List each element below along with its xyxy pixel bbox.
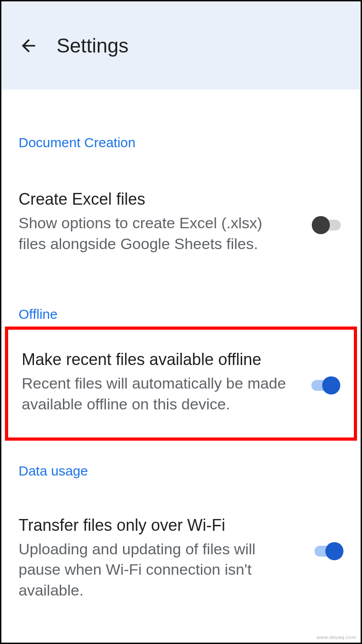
setting-desc: Uploading and updating of files will pau… [19,539,294,601]
watermark: www.deuaq.com [317,634,356,640]
toggle-thumb [312,216,330,234]
setting-wifi-transfer[interactable]: Transfer files only over Wi-Fi Uploading… [19,504,343,613]
app-header: Settings [1,1,361,90]
setting-text: Transfer files only over Wi-Fi Uploading… [19,515,294,601]
toggle-offline-files[interactable] [309,376,340,394]
setting-create-excel-files[interactable]: Create Excel files Show options to creat… [19,178,343,266]
section-header-document-creation: Document Creation [19,135,343,150]
setting-title: Make recent files available offline [22,349,291,370]
toggle-thumb [325,542,343,560]
setting-text: Create Excel files Show options to creat… [19,189,294,255]
setting-text: Make recent files available offline Rece… [22,349,291,415]
settings-content: Document Creation Create Excel files Sho… [1,135,361,612]
toggle-thumb [322,376,340,394]
setting-title: Create Excel files [19,189,294,209]
highlight-box: Make recent files available offline Rece… [5,327,357,441]
section-header-data-usage: Data usage [19,463,343,479]
setting-desc: Recent files will automatically be made … [22,373,291,415]
back-button[interactable] [19,36,38,56]
toggle-create-excel-files[interactable] [312,216,343,234]
toggle-wifi-transfer[interactable] [312,542,343,560]
arrow-left-icon [19,36,38,56]
setting-title: Transfer files only over Wi-Fi [19,515,294,535]
page-title: Settings [57,34,129,57]
setting-offline-files[interactable]: Make recent files available offline Rece… [8,338,354,426]
setting-desc: Show options to create Excel (.xlsx) fil… [19,213,294,255]
section-header-offline: Offline [19,307,343,322]
